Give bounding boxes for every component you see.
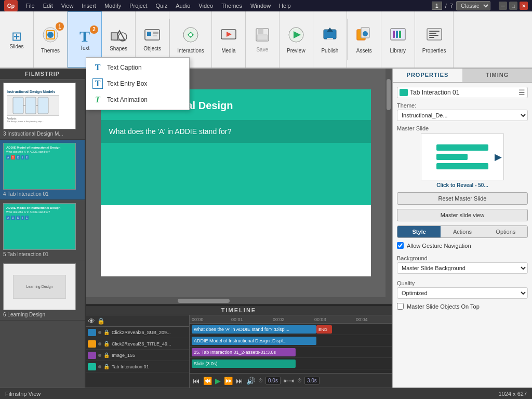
quality-select[interactable]: Optimized	[397, 287, 528, 299]
h-scroll-thumb	[178, 299, 230, 303]
ribbon-group-slides: ⊞ Slides	[0, 11, 34, 68]
tl-rewind-btn[interactable]: ⏮	[193, 377, 200, 385]
menu-themes[interactable]: Themes	[219, 2, 245, 10]
timeline-eye-btn[interactable]: 👁	[88, 317, 95, 325]
filmstrip-header: FILMSTRIP	[0, 69, 85, 79]
menu-view[interactable]: View	[59, 2, 76, 10]
menu-video[interactable]: Video	[196, 2, 216, 10]
menu-file[interactable]: File	[23, 2, 37, 10]
svg-rect-8	[153, 32, 158, 34]
tab-timing[interactable]: TIMING	[462, 69, 532, 82]
svg-point-11	[189, 33, 192, 36]
master-objects-checkbox[interactable]	[397, 303, 404, 310]
marker-3: 00:03	[314, 317, 326, 322]
assets-button[interactable]: Assets	[352, 23, 377, 56]
master-slide-expand[interactable]: ▶	[495, 151, 502, 163]
tl-prev-btn[interactable]: ⏪	[203, 377, 212, 385]
tl-end-btn[interactable]: ⏭	[236, 377, 243, 385]
tl-expand-btn[interactable]: ⇤⇥	[284, 377, 294, 384]
objects-button[interactable]: Objects	[140, 25, 165, 54]
app-logo: Cp	[4, 0, 18, 11]
row4-label: Tab Interaction 01	[112, 364, 149, 369]
tl-audio-btn[interactable]: 🔊	[246, 377, 255, 385]
timeline-ruler: 00:00 00:01 00:02 00:03 00:04	[190, 315, 392, 324]
options-tab[interactable]: Options	[484, 226, 527, 237]
reset-master-slide-button[interactable]: Reset Master Slide	[397, 192, 528, 205]
ribbon-group-themes: 1 Themes	[34, 11, 68, 68]
library-button[interactable]: Library	[385, 23, 410, 56]
page-number-input[interactable]: 1	[432, 2, 442, 10]
master-slide-view-button[interactable]: Master slide view	[397, 209, 528, 221]
master-slide-thumb-container: ▶	[421, 134, 504, 180]
master-line-1	[436, 144, 488, 151]
svg-rect-9	[153, 35, 157, 36]
maximize-button[interactable]: □	[509, 2, 517, 10]
menu-help[interactable]: Help	[276, 2, 294, 10]
slide-item-4[interactable]: ADDIE Model of Instructional Design What…	[0, 140, 85, 200]
slide-item-3[interactable]: Instructional Design Models Analysis The…	[0, 79, 85, 140]
text-entry-label: Text Entry Box	[107, 80, 147, 87]
status-dimensions: 1024 x 627	[499, 391, 527, 397]
style-tab[interactable]: Style	[397, 226, 441, 237]
ribbon-group-assets: Assets	[348, 11, 381, 68]
properties-button[interactable]: Properties	[419, 23, 449, 56]
slide-thumb-3: Instructional Design Models Analysis The…	[3, 83, 76, 129]
actions-tab[interactable]: Actions	[441, 226, 484, 237]
publish-button[interactable]: Publish	[317, 23, 342, 56]
slide3-diagram	[12, 96, 54, 115]
save-button[interactable]: Save	[250, 24, 275, 55]
assets-icon	[355, 25, 374, 44]
svg-rect-31	[429, 33, 436, 34]
status-bar: Filmstrip View 1024 x 627	[0, 388, 532, 399]
themes-button[interactable]: 1 Themes	[38, 23, 63, 56]
svg-rect-33	[429, 37, 434, 38]
background-select[interactable]: Master Slide Background	[397, 262, 528, 274]
timeline-lock-btn[interactable]: 🔒	[97, 317, 105, 325]
slide-thumb-5: ADDIE Model of Instructional Design What…	[3, 203, 76, 250]
interactions-button[interactable]: Interactions	[174, 23, 207, 56]
menu-modify[interactable]: Modify	[102, 2, 124, 10]
menu-quiz[interactable]: Quiz	[153, 2, 170, 10]
svg-rect-34	[13, 97, 23, 114]
track-row-4: Slide (3.0s)	[190, 358, 392, 369]
tl-total-value: 3.0s	[304, 377, 320, 384]
media-button[interactable]: Media	[216, 23, 241, 56]
text-animation-icon: T	[92, 95, 103, 104]
track-bar-1: What does the 'A' in ADDIE stand for? :D…	[192, 325, 316, 334]
text-button[interactable]: 2 T Text	[72, 26, 97, 53]
menu-audio[interactable]: Audio	[173, 2, 193, 10]
style-actions-tabs: Style Actions Options	[397, 225, 528, 238]
text-entry-item[interactable]: T Text Entry Box	[86, 75, 189, 92]
menu-insert[interactable]: Insert	[79, 2, 99, 10]
svg-point-24	[363, 31, 368, 36]
vertical-scrollbar[interactable]	[385, 69, 392, 297]
horizontal-scrollbar[interactable]	[86, 297, 392, 304]
shapes-button[interactable]: Shapes	[106, 25, 131, 54]
close-button[interactable]: ✕	[520, 2, 528, 10]
tl-next-btn[interactable]: ⏩	[224, 377, 233, 385]
gesture-nav-checkbox[interactable]	[397, 242, 404, 249]
interactions-icon	[181, 25, 200, 44]
mode-select[interactable]: Classic	[456, 1, 490, 10]
props-menu-icon[interactable]: ☰	[518, 88, 525, 97]
minimize-button[interactable]: ─	[499, 2, 507, 10]
row2-dot	[98, 342, 101, 345]
interaction-name-input[interactable]	[410, 89, 516, 96]
tab-properties[interactable]: PROPERTIES	[393, 69, 462, 82]
slide-item-6[interactable]: Learning Design 6 Learning Design	[0, 260, 85, 321]
slide-item-5[interactable]: ADDIE Model of Instructional Design What…	[0, 200, 85, 260]
theme-select[interactable]: Instructional_De...	[397, 110, 528, 121]
text-caption-item[interactable]: T Text Caption	[86, 60, 189, 75]
tl-play-btn[interactable]: ▶	[215, 377, 221, 385]
ribbon-group-publish: Publish	[313, 11, 347, 68]
slide-label-6: 6 Learning Design	[3, 310, 82, 319]
marker-0: 00:00	[192, 317, 204, 322]
slides-button[interactable]: ⊞ Slides	[4, 28, 29, 51]
preview-button[interactable]: Preview	[284, 23, 309, 56]
timeline-row-1: 🔒 Click2Reveal36_SUB_209...	[86, 327, 189, 338]
menu-edit[interactable]: Edit	[41, 2, 56, 10]
text-animation-item[interactable]: T Text Animation	[86, 92, 189, 108]
menu-project[interactable]: Project	[127, 2, 150, 10]
menu-window[interactable]: Window	[248, 2, 273, 10]
ribbon-group-save: Save	[246, 11, 280, 68]
